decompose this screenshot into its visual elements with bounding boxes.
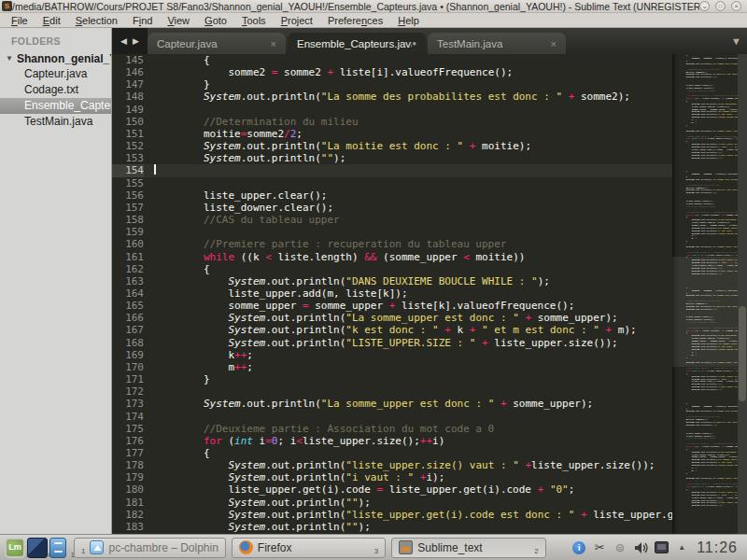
- line-number: 155: [112, 177, 144, 189]
- code-line[interactable]: 152 System.out.println("La moitie est do…: [112, 140, 672, 152]
- code-line[interactable]: 167 System.out.println("k est donc : " +…: [112, 324, 672, 336]
- code-line[interactable]: 170 m++;: [112, 361, 672, 373]
- sidebar-file-codage-txt[interactable]: Codage.txt: [0, 82, 111, 98]
- task-label: Firefox: [258, 541, 370, 554]
- code-line[interactable]: 157 liste_downer.clear();: [112, 202, 672, 214]
- code-line[interactable]: 159: [112, 226, 672, 238]
- code-line[interactable]: 160 //Premiere partie : recuperation du …: [112, 238, 672, 250]
- line-number: 148: [112, 91, 144, 103]
- code-line[interactable]: 161 while ((k < liste.length) && (somme_…: [112, 251, 672, 263]
- menu-item-view[interactable]: View: [160, 15, 197, 26]
- code-line[interactable]: 181 System.out.println("");: [112, 497, 672, 509]
- menu-item-tools[interactable]: Tools: [234, 15, 274, 26]
- code-line[interactable]: 158 //CAS du tableau upper: [112, 214, 672, 226]
- tab-scroll-right-icon[interactable]: ▶: [133, 36, 139, 46]
- code-line[interactable]: 182 System.out.println("liste_upper.get(…: [112, 509, 672, 521]
- tray-display-monitor[interactable]: [654, 540, 669, 555]
- code-line[interactable]: 180 liste_upper.get(i).code = liste_uppe…: [112, 483, 672, 496]
- menu-item-project[interactable]: Project: [274, 15, 320, 26]
- code-line[interactable]: 177 {: [112, 447, 672, 459]
- code-text: System.out.println("LISTE_UPPER.SIZE : "…: [154, 337, 672, 349]
- menu-item-preferences[interactable]: Preferences: [320, 15, 390, 26]
- maximize-button[interactable]: ○: [715, 1, 726, 11]
- tab-close-icon[interactable]: ×: [271, 38, 276, 49]
- taskbar-button-dolphin[interactable]: 1pc-chambre – Dolphin: [74, 538, 226, 558]
- tray-panel-expand-arrow[interactable]: ▲: [674, 540, 689, 555]
- menu-item-edit[interactable]: Edit: [35, 15, 68, 26]
- tray-network-device[interactable]: ⊜: [613, 540, 627, 555]
- code-line[interactable]: 183 System.out.println("");: [112, 521, 672, 533]
- code-line[interactable]: 147 }: [112, 78, 672, 91]
- code-line[interactable]: 176 for (int i=0; i<liste_upper.size();+…: [112, 435, 672, 447]
- file-manager-launcher[interactable]: 1: [49, 538, 70, 558]
- code-line[interactable]: 168 System.out.println("LISTE_UPPER.SIZE…: [112, 337, 672, 349]
- tab-ensemble-capteurs-java[interactable]: Ensemble_Capteurs.java●: [288, 33, 426, 54]
- code-line[interactable]: 179 System.out.println("i vaut : " +i);: [112, 471, 672, 483]
- tab-close-icon[interactable]: ×: [551, 38, 557, 49]
- mint-menu-button[interactable]: Lm1: [5, 538, 25, 558]
- code-line[interactable]: 178 System.out.println("liste_upper.size…: [112, 459, 672, 471]
- sidebar-file-ensemble-capteurs[interactable]: Ensemble_Capteurs: [0, 98, 111, 114]
- tray-klipper-scissors[interactable]: ✂: [592, 540, 607, 555]
- code-line[interactable]: 173 System.out.println("La somme_upper e…: [112, 398, 672, 410]
- code-line[interactable]: 172: [112, 385, 672, 398]
- text-caret: [154, 164, 156, 175]
- code-line[interactable]: 175 //Deuxieme partie : Association du m…: [112, 423, 672, 435]
- code-line[interactable]: 155: [112, 177, 672, 189]
- minimap-viewport[interactable]: [672, 257, 738, 367]
- scrollbar-thumb[interactable]: [739, 306, 746, 401]
- vertical-scrollbar[interactable]: [738, 54, 747, 534]
- tray-volume-speaker[interactable]: [633, 540, 648, 555]
- menu-item-help[interactable]: Help: [390, 15, 427, 26]
- code-line[interactable]: 165 somme_upper = somme_upper + liste[k]…: [112, 300, 672, 312]
- window-titlebar[interactable]: S /media/BATHROW/Cours/PROJET S8/Fano3/S…: [0, 0, 747, 13]
- code-line[interactable]: 162 {: [112, 263, 672, 275]
- tab-label: Ensemble_Capteurs.java: [297, 38, 412, 49]
- code-line[interactable]: 154: [112, 164, 672, 176]
- code-line[interactable]: 151 moitie=somme2/2;: [112, 128, 672, 140]
- menu-item-file[interactable]: File: [4, 15, 35, 26]
- code-line[interactable]: 145 {: [112, 54, 672, 66]
- code-line[interactable]: 171 }: [112, 373, 672, 385]
- sublime-window-icon: [399, 540, 413, 554]
- tab-capteur-java[interactable]: Capteur.java×: [148, 33, 286, 54]
- tab-scroll-left-icon[interactable]: ◀: [120, 36, 127, 46]
- code-pane[interactable]: 145 {146 somme2 = somme2 + liste[i].valu…: [112, 54, 672, 534]
- menu-item-goto[interactable]: Goto: [197, 15, 234, 26]
- menu-item-find[interactable]: Find: [125, 15, 160, 26]
- code-line[interactable]: 153 System.out.println("");: [112, 152, 672, 164]
- tray-update-notifier-shield[interactable]: i: [571, 540, 586, 555]
- tab-label: Capteur.java: [157, 38, 271, 49]
- line-number: 181: [112, 497, 144, 509]
- line-number: 164: [112, 287, 144, 300]
- tab-bar: ◀ ▶ Capteur.java×Ensemble_Capteurs.java●…: [112, 28, 747, 54]
- code-text: //Deuxieme partie : Association du mot c…: [154, 423, 672, 435]
- code-line[interactable]: 163 System.out.println("DANS DEUXIEME BO…: [112, 275, 672, 287]
- code-line[interactable]: 166 System.out.println("La somme_upper e…: [112, 312, 672, 324]
- tab-testmain-java[interactable]: TestMain.java×: [428, 33, 566, 54]
- taskbar-button-sublime[interactable]: Sublime_text2: [391, 538, 545, 558]
- code-line[interactable]: 164 liste_upper.add(m, liste[k]);: [112, 287, 672, 300]
- sidebar-file-capteur-java[interactable]: Capteur.java: [0, 66, 111, 82]
- tab-scroll-arrows[interactable]: ◀ ▶: [112, 28, 148, 54]
- close-button[interactable]: ×: [731, 1, 741, 11]
- minimize-button[interactable]: ⌄: [699, 1, 710, 11]
- sidebar-file-testmain-java[interactable]: TestMain.java: [0, 114, 111, 130]
- menu-item-selection[interactable]: Selection: [68, 15, 125, 26]
- launcher-badge: 1: [71, 551, 75, 559]
- code-line[interactable]: 149: [112, 104, 672, 116]
- code-line[interactable]: 146 somme2 = somme2 + liste[i].valueofFr…: [112, 66, 672, 78]
- code-text: //Premiere partie : recuperation du tabl…: [154, 238, 672, 250]
- show-desktop-button[interactable]: 0: [27, 538, 48, 558]
- code-line[interactable]: 148 System.out.println("La somme des pro…: [112, 91, 672, 103]
- folder-expand-arrow-icon[interactable]: ▼: [6, 54, 13, 63]
- taskbar-button-firefox[interactable]: Firefox3: [232, 538, 386, 558]
- tab-overflow-icon[interactable]: ▼: [731, 35, 741, 47]
- code-line[interactable]: 156 liste_upper.clear();: [112, 189, 672, 202]
- code-line[interactable]: 174: [112, 411, 672, 423]
- code-line[interactable]: 169 k++;: [112, 349, 672, 361]
- code-text: [154, 177, 672, 189]
- code-text: k++;: [154, 349, 672, 361]
- sidebar-root-folder[interactable]: ▼ Shannon_genial_YAOUH!: [0, 50, 111, 66]
- code-line[interactable]: 150 //Determination du milieu: [112, 116, 672, 128]
